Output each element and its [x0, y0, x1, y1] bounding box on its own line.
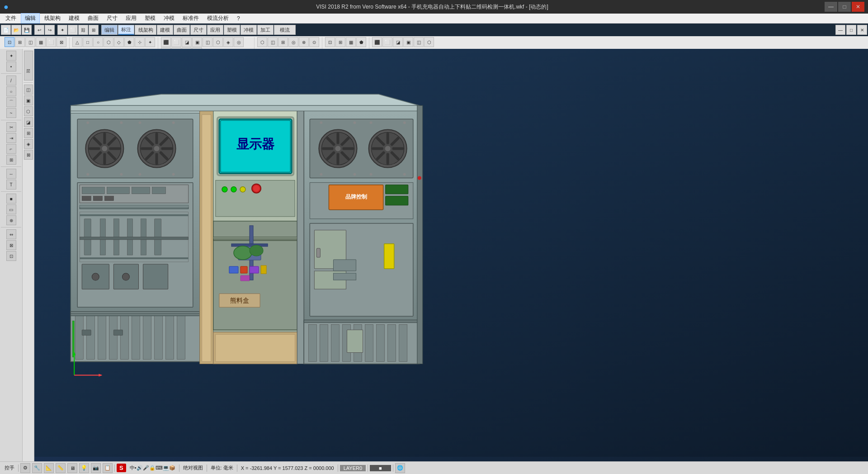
tb-wp1[interactable]: ⊡: [325, 37, 335, 47]
tb-shape5[interactable]: ◇: [114, 37, 124, 47]
sb-trim[interactable]: ✂: [6, 122, 16, 132]
tab-machine[interactable]: 加工: [257, 25, 274, 35]
tab-surface[interactable]: 曲面: [174, 25, 190, 35]
status-layer[interactable]: LAYER0: [340, 465, 366, 471]
tb-shape2[interactable]: □: [83, 37, 93, 47]
tb-img4[interactable]: ▣: [192, 37, 202, 47]
menu-help[interactable]: ?: [233, 14, 244, 23]
tb-sys5[interactable]: ◫: [414, 37, 424, 47]
tb-save[interactable]: 💾: [22, 25, 32, 35]
tb-img3[interactable]: ◪: [182, 37, 192, 47]
tab-wireframe[interactable]: 线架构: [135, 25, 156, 35]
menu-dimension[interactable]: 尺寸: [103, 14, 121, 23]
tb-wp3[interactable]: ▦: [346, 37, 356, 47]
tb-wp2[interactable]: ⊞: [335, 37, 345, 47]
tb-new[interactable]: 📄: [1, 25, 11, 35]
sb2-view4[interactable]: ◪: [24, 117, 33, 127]
sb-select[interactable]: ✦: [6, 51, 16, 61]
status-icon-light[interactable]: 💡: [79, 463, 89, 473]
tb-layer3[interactable]: ◫: [25, 37, 35, 47]
tb-layer5[interactable]: ⬜: [46, 37, 56, 47]
sb-surface[interactable]: ▭: [6, 204, 16, 214]
sb2-view3[interactable]: ⬡: [24, 106, 33, 116]
sb-fillet[interactable]: ⌐: [6, 144, 16, 154]
menu-apply[interactable]: 应用: [122, 14, 140, 23]
tb-view4[interactable]: ◎: [288, 37, 298, 47]
tb-sub-close[interactable]: ✕: [857, 25, 867, 35]
tb-sys1[interactable]: ⬛: [372, 37, 382, 47]
tb-sub-max[interactable]: □: [846, 25, 856, 35]
menu-surface[interactable]: 曲面: [84, 14, 102, 23]
tb-img8[interactable]: ◎: [234, 37, 244, 47]
tb-sys6[interactable]: ⬡: [424, 37, 434, 47]
tb-view5[interactable]: ⊗: [299, 37, 309, 47]
tb-layer4[interactable]: ▦: [36, 37, 46, 47]
tb-sys3[interactable]: ◪: [393, 37, 403, 47]
sb2-view2[interactable]: ▣: [24, 95, 33, 105]
tab-moldflow2[interactable]: 模流: [274, 25, 296, 35]
status-color-swatch[interactable]: ■: [370, 465, 391, 471]
tb-view1[interactable]: ⬡: [257, 37, 267, 47]
close-button[interactable]: ✕: [852, 2, 864, 12]
sb-circle[interactable]: ○: [6, 86, 16, 96]
tab-die2[interactable]: 冲模: [241, 25, 257, 35]
sb2-view5[interactable]: ⊞: [24, 128, 33, 138]
status-icon-screen[interactable]: 🖥: [67, 463, 77, 473]
tb-img1[interactable]: ⬛: [161, 37, 171, 47]
tab-apply[interactable]: 应用: [207, 25, 223, 35]
tab-mold2[interactable]: 塑模: [224, 25, 240, 35]
tb-chain[interactable]: ⛓: [78, 25, 88, 35]
status-icon-camera[interactable]: 📷: [91, 463, 101, 473]
tb-shape7[interactable]: ⊹: [135, 37, 145, 47]
sb-extend[interactable]: ⇥: [6, 133, 16, 143]
sb2-view7[interactable]: ⊠: [24, 150, 33, 160]
tb-view3[interactable]: ⊞: [278, 37, 288, 47]
tab-annotation[interactable]: 标注: [118, 25, 134, 35]
sb-line[interactable]: /: [6, 76, 16, 85]
tb-shape3[interactable]: ○: [93, 37, 103, 47]
maximize-button[interactable]: □: [838, 2, 851, 12]
sb-spline[interactable]: ~: [6, 108, 16, 118]
menu-mold[interactable]: 塑模: [141, 14, 159, 23]
sb2-view1[interactable]: ◫: [24, 85, 33, 95]
status-icon-tool[interactable]: 🔧: [32, 463, 42, 473]
tb-layer1[interactable]: ⊡: [5, 37, 14, 47]
tb-img6[interactable]: ⬡: [213, 37, 223, 47]
sb-bool[interactable]: ⊕: [6, 215, 16, 225]
tb-shape4[interactable]: ⬡: [104, 37, 113, 47]
menu-modeling[interactable]: 建模: [65, 14, 83, 23]
menu-wireframe[interactable]: 线架构: [41, 14, 64, 23]
menu-die[interactable]: 冲模: [160, 14, 178, 23]
tb-sub-min[interactable]: —: [835, 25, 845, 35]
tab-dim[interactable]: 尺寸: [190, 25, 207, 35]
status-icon-list[interactable]: 📋: [103, 463, 113, 473]
tb-select[interactable]: ✦: [57, 25, 67, 35]
status-icon-measure[interactable]: 📐: [44, 463, 54, 473]
tb-wp4[interactable]: ⬟: [356, 37, 366, 47]
status-icon-settings[interactable]: ⚙: [20, 463, 30, 473]
tb-img5[interactable]: ◫: [203, 37, 212, 47]
tb-layer2[interactable]: ⊞: [15, 37, 25, 47]
sb-pattern[interactable]: ⊠: [6, 240, 16, 250]
sb-arc[interactable]: ⌒: [6, 97, 16, 107]
sb2-view6[interactable]: ◈: [24, 139, 33, 149]
tb-sys4[interactable]: ▣: [403, 37, 413, 47]
tb-open[interactable]: 📂: [11, 25, 21, 35]
sb-text[interactable]: T: [6, 180, 16, 190]
tb-shape8[interactable]: ✦: [145, 37, 155, 47]
tb-sys2[interactable]: ⬜: [382, 37, 392, 47]
sb-point[interactable]: •: [6, 62, 16, 71]
main-viewport[interactable]: 显示器: [34, 49, 868, 461]
tb-undo[interactable]: ↩: [34, 25, 44, 35]
tb-view2[interactable]: ◫: [268, 37, 278, 47]
tab-edit[interactable]: 编辑: [101, 25, 118, 35]
tb-shape6[interactable]: ⬟: [124, 37, 134, 47]
tb-view6[interactable]: ⊙: [309, 37, 319, 47]
status-icon-ruler[interactable]: 📏: [56, 463, 66, 473]
tb-window[interactable]: ⬜: [68, 25, 78, 35]
tab-build[interactable]: 建模: [157, 25, 173, 35]
status-icon-last[interactable]: 🌐: [395, 463, 405, 473]
menu-moldflow[interactable]: 模流分析: [203, 14, 232, 23]
tb-img2[interactable]: ⬜: [171, 37, 181, 47]
sb-dim[interactable]: ↔: [6, 169, 16, 179]
